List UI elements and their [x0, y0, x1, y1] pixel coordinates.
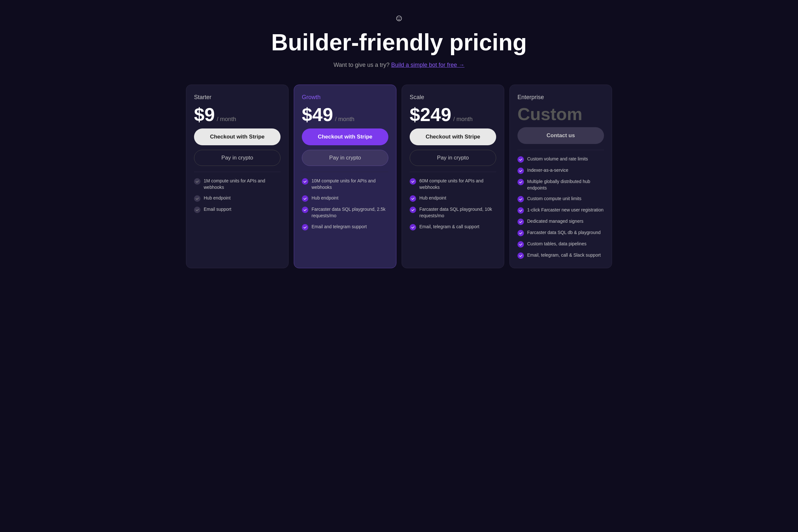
subtitle: Want to give us a try? Build a simple bo… — [334, 62, 464, 69]
checkout-stripe-scale[interactable]: Checkout with Stripe — [410, 129, 496, 145]
features-list-enterprise: Custom volume and rate limits Indexer-as… — [517, 156, 604, 259]
feature-item: Custom tables, data pipelines — [517, 241, 604, 248]
check-icon — [517, 218, 524, 225]
feature-text: Hub endpoint — [204, 195, 281, 202]
check-icon — [302, 207, 308, 213]
subtitle-text: Want to give us a try? — [334, 62, 389, 68]
pay-crypto-growth[interactable]: Pay in crypto — [302, 150, 388, 166]
check-icon — [517, 207, 524, 214]
check-icon — [302, 178, 308, 185]
pay-crypto-scale[interactable]: Pay in crypto — [410, 150, 496, 166]
check-icon — [302, 224, 308, 230]
check-icon — [194, 207, 201, 213]
feature-text: 60M compute units for APIs and webhooks — [419, 178, 496, 190]
check-icon — [517, 252, 524, 259]
check-icon — [302, 195, 308, 202]
check-icon — [194, 195, 201, 202]
plan-price-growth: $49 / month — [302, 105, 388, 124]
check-icon — [517, 156, 524, 163]
pay-crypto-starter[interactable]: Pay in crypto — [194, 150, 281, 166]
check-icon — [517, 168, 524, 174]
plan-name-starter: Starter — [194, 94, 281, 101]
feature-item: Email support — [194, 206, 281, 213]
features-list-growth: 10M compute units for APIs and webhooks … — [302, 178, 388, 230]
feature-text: Hub endpoint — [419, 195, 496, 202]
feature-item: Multiple globally distributed hub endpoi… — [517, 178, 604, 191]
plan-price-enterprise: Custom — [517, 105, 604, 123]
feature-text: 1M compute units for APIs and webhooks — [204, 178, 281, 190]
feature-item: Hub endpoint — [410, 195, 496, 202]
divider-starter — [194, 172, 281, 172]
price-period-scale: / month — [453, 116, 473, 123]
feature-text: Custom tables, data pipelines — [527, 241, 604, 247]
feature-item: Farcaster data SQL db & playground — [517, 229, 604, 236]
page-title: Builder-friendly pricing — [271, 30, 527, 55]
check-icon — [410, 195, 416, 202]
feature-text: Indexer-as-a-service — [527, 167, 604, 174]
price-amount-starter: $9 — [194, 105, 215, 124]
divider-enterprise — [517, 150, 604, 150]
feature-text: Email, telegram & call support — [419, 224, 496, 230]
feature-item: Hub endpoint — [194, 195, 281, 202]
plan-name-growth: Growth — [302, 94, 388, 101]
pricing-grid: Starter $9 / month Checkout with Stripe … — [186, 84, 612, 268]
feature-text: Email, telegram, call & Slack support — [527, 252, 604, 259]
feature-text: Dedicated managed signers — [527, 218, 604, 225]
feature-item: 1M compute units for APIs and webhooks — [194, 178, 281, 190]
plan-name-enterprise: Enterprise — [517, 94, 604, 101]
check-icon — [194, 178, 201, 185]
feature-text: Custom volume and rate limits — [527, 156, 604, 163]
plan-card-enterprise: Enterprise Custom Contact us Custom volu… — [509, 84, 612, 268]
price-amount-scale: $249 — [410, 105, 451, 124]
feature-item: Email, telegram, call & Slack support — [517, 252, 604, 259]
checkout-stripe-growth[interactable]: Checkout with Stripe — [302, 129, 388, 145]
price-custom-enterprise: Custom — [517, 105, 582, 123]
check-icon — [410, 224, 416, 230]
feature-text: Email and telegram support — [311, 224, 388, 230]
feature-text: Farcaster data SQL playground, 10k reque… — [419, 206, 496, 219]
divider-scale — [410, 172, 496, 172]
feature-text: Farcaster data SQL db & playground — [527, 229, 604, 236]
feature-item: Hub endpoint — [302, 195, 388, 202]
check-icon — [517, 241, 524, 248]
plan-card-scale: Scale $249 / month Checkout with Stripe … — [402, 84, 504, 268]
check-icon — [517, 179, 524, 185]
contact-us-button[interactable]: Contact us — [517, 127, 604, 144]
divider-growth — [302, 172, 388, 172]
plan-price-scale: $249 / month — [410, 105, 496, 124]
feature-text: 10M compute units for APIs and webhooks — [311, 178, 388, 190]
feature-text: Farcaster data SQL playground, 2.5k requ… — [311, 206, 388, 219]
plan-card-starter: Starter $9 / month Checkout with Stripe … — [186, 84, 289, 268]
feature-item: 1-click Farcaster new user registration — [517, 207, 604, 214]
feature-item: 10M compute units for APIs and webhooks — [302, 178, 388, 190]
feature-item: 60M compute units for APIs and webhooks — [410, 178, 496, 190]
feature-text: Email support — [204, 206, 281, 213]
smiley-icon: ☺ — [395, 13, 404, 23]
feature-item: Farcaster data SQL playground, 10k reque… — [410, 206, 496, 219]
plan-price-starter: $9 / month — [194, 105, 281, 124]
free-bot-link[interactable]: Build a simple bot for free → — [391, 62, 464, 68]
feature-item: Email and telegram support — [302, 224, 388, 230]
feature-text: 1-click Farcaster new user registration — [527, 207, 604, 213]
price-amount-growth: $49 — [302, 105, 333, 124]
feature-item: Farcaster data SQL playground, 2.5k requ… — [302, 206, 388, 219]
feature-text: Multiple globally distributed hub endpoi… — [527, 178, 604, 191]
feature-item: Email, telegram & call support — [410, 224, 496, 230]
check-icon — [410, 178, 416, 185]
plan-card-growth: Growth $49 / month Checkout with Stripe … — [294, 84, 396, 268]
feature-item: Custom compute unit limits — [517, 196, 604, 203]
check-icon — [517, 230, 524, 236]
feature-item: Dedicated managed signers — [517, 218, 604, 225]
feature-text: Hub endpoint — [311, 195, 388, 202]
check-icon — [517, 196, 524, 203]
feature-item: Custom volume and rate limits — [517, 156, 604, 163]
plan-name-scale: Scale — [410, 94, 496, 101]
feature-text: Custom compute unit limits — [527, 196, 604, 202]
feature-item: Indexer-as-a-service — [517, 167, 604, 174]
checkout-stripe-starter[interactable]: Checkout with Stripe — [194, 129, 281, 145]
features-list-starter: 1M compute units for APIs and webhooks H… — [194, 178, 281, 213]
check-icon — [410, 207, 416, 213]
price-period-starter: / month — [217, 116, 236, 123]
features-list-scale: 60M compute units for APIs and webhooks … — [410, 178, 496, 230]
price-period-growth: / month — [335, 116, 355, 123]
